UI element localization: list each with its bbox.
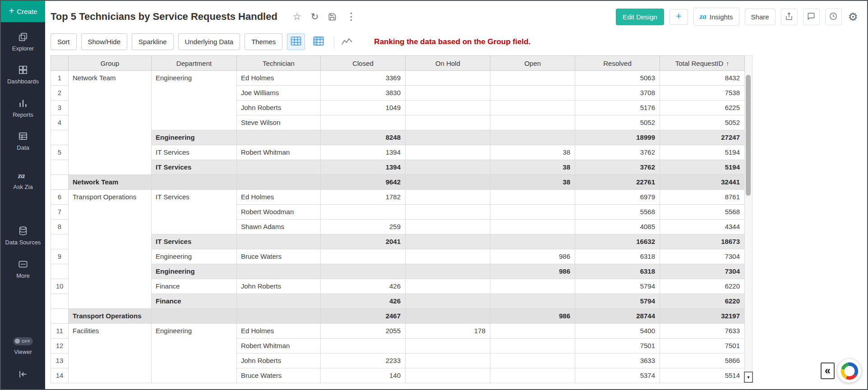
cell-closed[interactable]: 2233 [321, 353, 406, 368]
cell-resolved[interactable]: 16632 [575, 234, 660, 249]
viewer-mode-control[interactable]: OFF Viewer [12, 331, 34, 362]
cell-on-hold[interactable] [406, 294, 490, 309]
cell-department[interactable]: IT Services [152, 145, 237, 160]
export-button[interactable] [781, 9, 798, 25]
cell-resolved[interactable]: 4085 [575, 220, 660, 234]
cell-total-requestid[interactable]: 32197 [660, 309, 745, 324]
cell-department[interactable]: Engineering [152, 130, 237, 145]
sidebar-collapse-button[interactable] [1, 362, 45, 389]
cell-open[interactable] [490, 115, 575, 130]
cell-department[interactable]: Engineering [152, 264, 237, 279]
themes-button[interactable]: Themes [245, 33, 282, 50]
cell-on-hold[interactable] [406, 175, 490, 190]
cell-resolved[interactable]: 7501 [575, 339, 660, 353]
sidebar-item-ask-zia[interactable]: za Ask Zia [1, 164, 45, 197]
sidebar-item-explorer[interactable]: Explorer [1, 26, 45, 59]
cell-closed[interactable]: 3830 [321, 86, 406, 101]
cell-technician[interactable]: Ed Holmes [237, 190, 321, 205]
cell-closed[interactable]: 2041 [321, 234, 406, 249]
column-header-on-hold[interactable]: On Hold [406, 56, 490, 71]
cell-closed[interactable]: 259 [321, 220, 406, 234]
cell-closed[interactable]: 140 [321, 368, 406, 383]
cell-open[interactable]: 38 [490, 160, 575, 175]
cell-technician[interactable] [237, 264, 321, 279]
column-header-technician[interactable]: Technician [237, 56, 321, 71]
cell-group[interactable]: Facilities [69, 324, 152, 383]
collapse-panel-button[interactable]: « [821, 362, 835, 379]
cell-resolved[interactable]: 6979 [575, 190, 660, 205]
cell-on-hold[interactable] [406, 264, 490, 279]
column-header-department[interactable]: Department [152, 56, 237, 71]
cell-closed[interactable]: 3369 [321, 71, 406, 86]
favorite-star-icon[interactable]: ☆ [293, 11, 301, 22]
cell-total-requestid[interactable]: 7304 [660, 249, 745, 264]
cell-resolved[interactable]: 28744 [575, 309, 660, 324]
cell-open[interactable] [490, 101, 575, 115]
create-button[interactable]: + Create [1, 1, 45, 22]
cell-on-hold[interactable] [406, 353, 490, 368]
cell-open[interactable] [490, 353, 575, 368]
cell-total-requestid[interactable]: 7304 [660, 264, 745, 279]
sidebar-item-more[interactable]: More [1, 253, 45, 286]
cell-resolved[interactable]: 5063 [575, 71, 660, 86]
sidebar-item-reports[interactable]: Reports [1, 92, 45, 125]
cell-technician[interactable] [237, 309, 321, 324]
cell-resolved[interactable]: 22761 [575, 175, 660, 190]
cell-on-hold[interactable] [406, 160, 490, 175]
kebab-menu-icon[interactable]: ⋮ [346, 11, 356, 23]
sidebar-item-data-sources[interactable]: Data Sources [1, 220, 45, 252]
cell-resolved[interactable]: 5794 [575, 294, 660, 309]
share-button[interactable]: Share [745, 9, 776, 25]
cell-resolved[interactable]: 3762 [575, 145, 660, 160]
cell-open[interactable] [490, 279, 575, 294]
comments-button[interactable] [803, 9, 820, 25]
sparkline-toggle-icon[interactable] [341, 37, 353, 46]
cell-resolved[interactable]: 5400 [575, 324, 660, 339]
cell-department[interactable]: IT Services [152, 234, 237, 249]
sparkline-button[interactable]: Sparkline [132, 33, 174, 50]
cell-resolved[interactable]: 3762 [575, 160, 660, 175]
cell-technician[interactable]: John Roberts [237, 353, 321, 368]
cell-closed[interactable] [321, 264, 406, 279]
cell-resolved[interactable]: 6318 [575, 249, 660, 264]
save-icon[interactable] [328, 13, 337, 21]
edit-design-button[interactable]: Edit Design [616, 9, 664, 25]
cell-technician[interactable]: Joe Williams [237, 86, 321, 101]
column-header-resolved[interactable]: Resolved [575, 56, 660, 71]
refresh-icon[interactable]: ↻ [311, 11, 319, 22]
cell-resolved[interactable]: 6318 [575, 264, 660, 279]
cell-on-hold[interactable] [406, 279, 490, 294]
cell-total-requestid[interactable]: 8432 [660, 71, 745, 86]
cell-total-requestid[interactable]: 7633 [660, 324, 745, 339]
cell-resolved[interactable]: 3708 [575, 86, 660, 101]
table-view-button[interactable] [287, 33, 305, 50]
cell-technician[interactable] [237, 234, 321, 249]
cell-department[interactable]: IT Services [152, 160, 237, 175]
cell-total-requestid[interactable]: 8761 [660, 190, 745, 205]
cell-on-hold[interactable] [406, 130, 490, 145]
sidebar-item-data[interactable]: Data [1, 125, 45, 158]
cell-closed[interactable]: 1394 [321, 145, 406, 160]
show-hide-button[interactable]: Show/Hide [81, 33, 128, 50]
cell-closed[interactable]: 426 [321, 294, 406, 309]
cell-open[interactable] [490, 86, 575, 101]
cell-closed[interactable]: 2055 [321, 324, 406, 339]
cell-resolved[interactable]: 5568 [575, 205, 660, 220]
cell-resolved[interactable]: 5374 [575, 368, 660, 383]
cell-open[interactable] [490, 234, 575, 249]
vertical-scrollbar[interactable]: ▼ [745, 55, 753, 382]
cell-technician[interactable]: Shawn Adams [237, 220, 321, 234]
cell-technician[interactable] [237, 175, 321, 190]
cell-group[interactable]: Network Team [69, 71, 152, 175]
cell-total-requestid[interactable]: 27247 [660, 130, 745, 145]
cell-on-hold[interactable] [406, 190, 490, 205]
cell-technician[interactable]: Ed Holmes [237, 71, 321, 86]
cell-open[interactable]: 986 [490, 309, 575, 324]
cell-open[interactable]: 986 [490, 249, 575, 264]
cell-total-requestid[interactable]: 5514 [660, 368, 745, 383]
cell-total-requestid[interactable]: 6220 [660, 279, 745, 294]
cell-total-requestid[interactable]: 4344 [660, 220, 745, 234]
cell-open[interactable] [490, 205, 575, 220]
column-header-total-requestid[interactable]: Total RequestID↑ [660, 56, 745, 71]
cell-closed[interactable]: 1782 [321, 190, 406, 205]
